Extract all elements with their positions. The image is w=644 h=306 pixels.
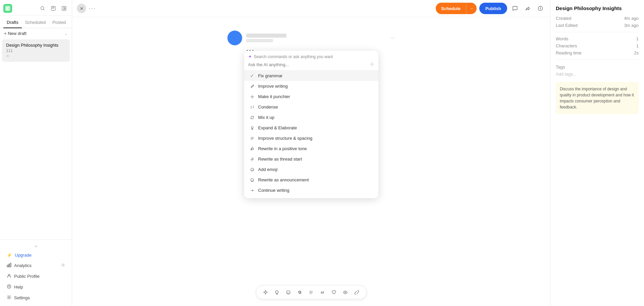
toolbar-list-icon[interactable] — [307, 288, 316, 297]
svg-point-20 — [251, 169, 252, 169]
ai-search-hint: ✦ Search commands or ask anything you wa… — [248, 54, 374, 59]
toolbar-eye-icon[interactable] — [341, 288, 350, 297]
schedule-arrow-icon[interactable]: → — [466, 3, 477, 14]
toolbar-lightbulb-icon[interactable] — [272, 288, 282, 297]
ai-menu-announcement[interactable]: Rewrite as announcement — [244, 175, 378, 185]
help-icon — [7, 284, 11, 290]
settings-button[interactable]: Settings — [2, 293, 70, 303]
topbar: ✕ ··· Schedule → Publish — [72, 0, 550, 17]
sidebar-top — [0, 0, 72, 16]
more-options-icon[interactable]: ··· — [89, 5, 96, 12]
ai-menu-fix-grammar[interactable]: ✓ Fix grammar — [244, 71, 378, 81]
toolbar-ai-icon[interactable] — [261, 288, 270, 297]
comment-icon[interactable] — [510, 3, 520, 13]
created-row: Created 4m ago — [556, 16, 639, 21]
characters-row: Characters 1 — [556, 43, 639, 48]
toolbar-mention-icon[interactable] — [295, 288, 305, 297]
analytics-label: Analytics — [14, 263, 32, 268]
topbar-right: Schedule → Publish — [436, 3, 545, 14]
lightbulb-icon — [250, 126, 255, 130]
check-icon: ✓ — [250, 73, 255, 78]
ai-continue-label: Continue writing — [258, 188, 289, 193]
svg-point-24 — [289, 292, 289, 292]
chevron-down-icon: ⌄ — [64, 31, 68, 36]
svg-point-18 — [252, 159, 253, 160]
svg-rect-5 — [64, 9, 66, 10]
words-row: Words 1 — [556, 36, 639, 41]
ai-menu-punchier[interactable]: Make it punchier — [244, 91, 378, 102]
ai-menu-condense[interactable]: Condense — [244, 102, 378, 112]
created-value: 4m ago — [624, 16, 639, 21]
tab-drafts[interactable]: Drafts — [3, 18, 22, 28]
ai-menu-positive[interactable]: Rewrite in a positive tone — [244, 143, 378, 154]
analytics-gear-icon[interactable] — [61, 263, 65, 268]
ai-menu: ✓ Fix grammar Improve writing Make it pu… — [244, 71, 378, 195]
svg-point-13 — [8, 297, 10, 298]
ai-menu-thread[interactable]: Rewrite as thread start — [244, 154, 378, 164]
ai-settings-icon[interactable] — [370, 62, 374, 68]
toolbar-emoji-icon[interactable] — [284, 288, 293, 297]
analytics-button[interactable]: Analytics — [2, 260, 70, 271]
schedule-label[interactable]: Schedule — [436, 3, 466, 14]
svg-rect-7 — [9, 264, 10, 267]
schedule-button[interactable]: Schedule → — [436, 3, 477, 14]
ai-improve-writing-label: Improve writing — [258, 84, 288, 89]
new-draft-button[interactable]: + New draft ⌄ — [0, 28, 72, 39]
right-panel: Design Philosophy Insights Created 4m ag… — [550, 0, 644, 306]
publish-button[interactable]: Publish — [479, 3, 507, 14]
post-name-bar — [246, 34, 286, 38]
list-icon — [250, 136, 255, 140]
divider-2 — [556, 59, 639, 60]
close-button[interactable]: ✕ — [77, 4, 86, 13]
ai-menu-improve-writing[interactable]: Improve writing — [244, 81, 378, 91]
ai-mix-label: Mix it up — [258, 115, 274, 120]
draft-close[interactable]: ✕ — [6, 54, 66, 58]
pen-icon — [250, 84, 255, 88]
ai-search-area: ✦ Search commands or ask anything you wa… — [244, 51, 378, 71]
svg-point-12 — [9, 287, 9, 288]
tags-input[interactable]: Add tags... — [556, 72, 639, 77]
ai-menu-structure[interactable]: Improve structure & spacing — [244, 133, 378, 143]
settings-icon — [7, 295, 11, 301]
continue-icon — [250, 188, 255, 192]
words-value: 1 — [636, 36, 639, 41]
bottom-toolbar — [256, 285, 367, 299]
gear-sm-icon — [250, 95, 255, 99]
ai-announcement-label: Rewrite as announcement — [258, 177, 309, 182]
svg-point-15 — [371, 63, 373, 65]
draft-preview: 111 — [6, 48, 66, 53]
tab-posted[interactable]: Posted — [49, 18, 69, 28]
search-icon[interactable] — [38, 4, 47, 13]
public-profile-button[interactable]: Public Profile — [2, 271, 70, 281]
editor-area[interactable]: ··· 111 ✦ Search commands or ask anythin… — [72, 17, 550, 306]
compose-icon[interactable] — [49, 4, 58, 13]
help-button[interactable]: Help — [2, 282, 70, 292]
layout-icon[interactable] — [60, 4, 68, 13]
post-more-icon[interactable]: ··· — [390, 35, 395, 41]
upgrade-button[interactable]: ⚡ Upgrade — [2, 250, 70, 260]
toolbar-quote-icon[interactable] — [318, 288, 327, 297]
ai-fix-grammar-label: Fix grammar — [258, 73, 283, 78]
last-edited-row: Last Edited 3m ago — [556, 23, 639, 28]
ai-menu-expand[interactable]: Expand & Elaborate — [244, 123, 378, 133]
upgrade-icon: ⚡ — [7, 253, 12, 258]
toolbar-heart-icon[interactable] — [329, 288, 339, 297]
toolbar-expand-icon[interactable] — [352, 288, 362, 297]
ai-menu-continue[interactable]: Continue writing — [244, 185, 378, 195]
ai-structure-label: Improve structure & spacing — [258, 136, 313, 141]
share-icon[interactable] — [523, 3, 533, 13]
ai-input-row — [248, 62, 374, 68]
collapse-icon[interactable] — [0, 243, 72, 250]
right-panel-title: Design Philosophy Insights — [556, 5, 639, 11]
tab-scheduled[interactable]: Scheduled — [22, 18, 49, 28]
ai-input[interactable] — [248, 62, 368, 67]
ai-menu-mix[interactable]: Mix it up — [244, 112, 378, 123]
draft-list: Design Philosophy Insights 111 ✕ — [0, 39, 72, 239]
svg-rect-8 — [10, 263, 11, 267]
ai-expand-label: Expand & Elaborate — [258, 125, 297, 130]
info-icon[interactable] — [535, 3, 545, 13]
ai-menu-emoji[interactable]: Add emoji — [244, 164, 378, 175]
draft-item[interactable]: Design Philosophy Insights 111 ✕ — [2, 39, 70, 62]
divider-1 — [556, 32, 639, 32]
tab-bar: Drafts Scheduled Posted — [0, 16, 72, 28]
